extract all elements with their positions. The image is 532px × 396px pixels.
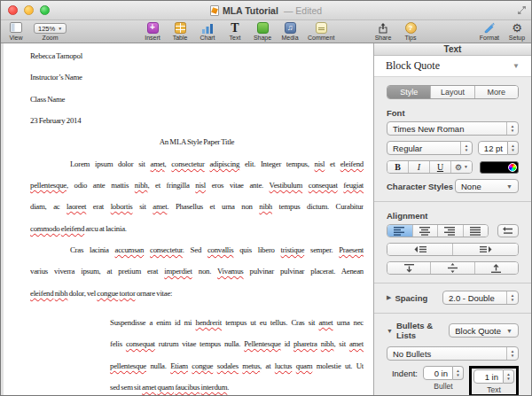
misspelled-word[interactable]: eleifend [340, 159, 364, 168]
stepper-icon[interactable]: ▲▼ [506, 291, 518, 304]
misspelled-word[interactable]: interdum [201, 383, 228, 392]
misspelled-word[interactable]: nibh [135, 181, 148, 190]
document-line[interactable]: sed sem sit amet quam faucibus interdum. [110, 377, 364, 396]
align-top-button[interactable] [387, 262, 431, 274]
stepper-icon[interactable]: ▲▼ [460, 142, 472, 154]
align-middle-button[interactable] [431, 262, 474, 274]
fullscreen-icon[interactable] [517, 5, 527, 15]
character-style-popup[interactable]: None ▼ [455, 179, 519, 193]
misspelled-word[interactable]: eleifend [30, 289, 53, 298]
bullet-type-select[interactable]: No Bullets ▲▼ [387, 346, 519, 361]
misspelled-word[interactable]: accumsan [114, 245, 144, 254]
text-direction-button[interactable] [497, 224, 519, 237]
misspelled-word[interactable]: Vestibulum [270, 181, 303, 190]
misspelled-word[interactable]: pharetra [293, 339, 317, 348]
misspelled-word[interactable]: lobortis [111, 202, 133, 211]
document-line[interactable]: varius viverra ipsum, at pretium erat im… [30, 260, 364, 282]
document-area[interactable]: Rebecca Tarnopol Instructor’s Name Class… [1, 43, 374, 396]
document-header[interactable]: Rebecca Tarnopol Instructor’s Name Class… [30, 45, 364, 131]
italic-button[interactable]: I [409, 161, 430, 173]
document-line[interactable]: pellentesque nulla. Etiam congue sodales… [110, 355, 364, 377]
list-style-popup[interactable]: Block Quote ▼ [449, 323, 519, 338]
paragraph-style-selector[interactable]: Block Quote ▼ [374, 56, 531, 77]
zoom-window-button[interactable] [40, 5, 50, 15]
misspelled-word[interactable]: consectetur [171, 159, 204, 168]
minimize-button[interactable] [24, 5, 34, 15]
misspelled-word[interactable]: amet [349, 339, 364, 348]
misspelled-word[interactable]: metus [242, 361, 260, 370]
color-wheel-icon[interactable] [508, 163, 517, 172]
misspelled-word[interactable]: nisl [195, 181, 206, 190]
misspelled-word[interactable]: nibh [259, 202, 272, 211]
document-line[interactable]: pellentesque, odio ante mattis nibh, et … [30, 175, 364, 196]
misspelled-word[interactable]: amet [142, 383, 156, 392]
misspelled-word[interactable]: tristique [281, 245, 305, 254]
misspelled-word[interactable]: adipiscing [209, 159, 239, 168]
align-center-button[interactable] [413, 225, 439, 237]
spacing-select[interactable]: 2.0 - Double ▲▼ [442, 291, 519, 305]
align-left-button[interactable] [387, 225, 413, 237]
align-justify-button[interactable] [464, 225, 489, 237]
misspelled-word[interactable]: amet [151, 159, 165, 168]
misspelled-word[interactable]: congue [192, 361, 213, 370]
tab-layout[interactable]: Layout [431, 86, 474, 98]
text-indent-field[interactable]: 1 in [473, 369, 504, 384]
bold-button[interactable]: B [387, 161, 409, 173]
misspelled-word[interactable]: nibh [55, 289, 68, 298]
paper-title[interactable]: An MLA Style Paper Title [30, 131, 364, 152]
underline-button[interactable]: U [430, 161, 451, 173]
close-button[interactable] [8, 5, 18, 15]
table-button[interactable]: Table [170, 21, 190, 41]
disclosure-triangle-icon[interactable]: ▶ [387, 294, 391, 301]
document-line[interactable]: eleifend nibh dolor, vel congue tortor o… [30, 283, 364, 304]
misspelled-word[interactable]: amet [153, 202, 167, 211]
date-line[interactable]: 23 February 2014 [30, 110, 364, 131]
text-color-well[interactable] [480, 161, 519, 174]
misspelled-word[interactable]: nisl [315, 159, 325, 168]
misspelled-word[interactable]: consequat [309, 181, 338, 190]
misspelled-word[interactable]: imperdiet [164, 267, 192, 276]
advanced-options-button[interactable]: ⚙▼ [451, 161, 472, 173]
misspelled-word[interactable]: luctus [275, 361, 293, 370]
misspelled-word[interactable]: hendrerit [195, 318, 222, 327]
chart-button[interactable]: Chart [198, 21, 217, 41]
insert-button[interactable]: + Insert [143, 21, 162, 41]
align-bottom-button[interactable] [475, 262, 518, 274]
share-button[interactable]: Share [373, 21, 393, 41]
misspelled-word[interactable]: tortor [120, 289, 136, 298]
decrease-indent-button[interactable] [387, 244, 453, 255]
misspelled-word[interactable]: quam [157, 383, 174, 392]
format-button[interactable]: Format [480, 21, 499, 41]
comment-button[interactable]: Comment [308, 21, 334, 41]
font-typeface-select[interactable]: Regular ▲▼ [387, 141, 473, 155]
instructor-name-line[interactable]: Instructor’s Name [30, 66, 364, 88]
misspelled-word[interactable]: Praesent [339, 245, 364, 254]
misspelled-word[interactable]: Etiam [170, 361, 188, 370]
disclosure-triangle-icon[interactable]: ▼ [387, 328, 393, 334]
align-right-button[interactable] [438, 225, 464, 237]
misspelled-word[interactable]: Pellentesque [244, 339, 280, 348]
document-line[interactable]: diam, ac laoreet erat lobortis sit amet.… [30, 196, 364, 217]
tab-more[interactable]: More [475, 86, 518, 98]
misspelled-word[interactable]: quam [296, 361, 313, 370]
font-size-field[interactable]: 12 pt [478, 141, 508, 155]
misspelled-word[interactable]: amet [318, 318, 332, 327]
block-quote-paragraph[interactable]: Suspendisse a enim id mi hendrerit tempu… [110, 312, 364, 396]
misspelled-word[interactable]: congue [97, 289, 118, 298]
stepper-icon[interactable]: ▲▼ [506, 347, 518, 360]
misspelled-word[interactable]: consequat [126, 339, 155, 348]
misspelled-word[interactable]: consectetur [150, 245, 183, 254]
misspelled-word[interactable]: eleifend [61, 224, 84, 233]
misspelled-word[interactable]: faucibus [175, 383, 200, 392]
misspelled-word[interactable]: convallis [207, 245, 234, 254]
author-name-line[interactable]: Rebecca Tarnopol [30, 45, 364, 66]
bullet-indent-field[interactable]: 0 in [423, 366, 453, 380]
tips-button[interactable]: ? Tips [401, 21, 420, 41]
misspelled-word[interactable]: feugiat [343, 181, 364, 190]
misspelled-word[interactable]: pellentesque [30, 181, 66, 190]
misspelled-word[interactable]: laoreet [66, 202, 86, 211]
setup-button[interactable]: ⚙ Setup [507, 21, 527, 41]
bullet-indent-stepper[interactable]: ▲▼ [453, 366, 464, 380]
misspelled-word[interactable]: sodales [217, 361, 239, 370]
misspelled-word[interactable]: commodo [30, 224, 59, 233]
